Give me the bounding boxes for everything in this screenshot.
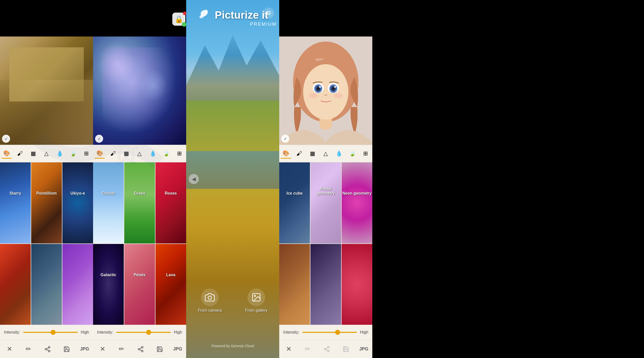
from-gallery-button[interactable]: From gallery <box>245 289 268 313</box>
share-button-1[interactable] <box>42 344 53 355</box>
filter-starry[interactable]: Starry <box>0 162 31 243</box>
toolbar-spray-icon[interactable]: 💧 <box>55 149 65 159</box>
toolbar4-spray-icon[interactable]: 💧 <box>334 149 344 159</box>
toolbar-triangle-icon[interactable]: △ <box>42 149 52 159</box>
notif-dot <box>183 12 186 15</box>
filter-clouds[interactable]: Clouds <box>93 162 124 243</box>
toolbar-circuit-icon[interactable]: ⊞ <box>81 149 91 159</box>
toolbar4-brush-icon[interactable]: 🖌 <box>294 149 304 159</box>
cancel-button-4[interactable]: ✕ <box>283 344 294 355</box>
edit-button-4[interactable]: ✏ <box>302 344 313 355</box>
filter-geo-r4-2[interactable] <box>310 244 341 325</box>
toolbar-palette-icon[interactable]: 🎨 <box>2 149 12 159</box>
filter-pastel[interactable]: Pastel geometry <box>310 162 341 243</box>
filter-roses[interactable]: Roses <box>155 162 186 243</box>
toolbar4-palette-icon[interactable]: 🎨 <box>281 149 291 159</box>
preview-1: ✓ <box>0 37 93 145</box>
toolbar4-grid-icon[interactable]: ▦ <box>307 149 317 159</box>
wechat-icon <box>182 22 186 27</box>
save-button-1[interactable] <box>61 344 72 355</box>
intensity-slider-4[interactable] <box>302 332 357 333</box>
save-button-4[interactable] <box>340 344 351 355</box>
filter-geo-r4-1[interactable] <box>279 244 310 325</box>
toolbar2-grid-icon[interactable]: ▦ <box>121 149 131 159</box>
filter-r2-1[interactable] <box>0 244 31 325</box>
format-label-2: JPG <box>173 346 182 352</box>
intensity-bar-1: Intensity: High <box>0 325 93 340</box>
from-camera-button[interactable]: From camera <box>198 289 222 313</box>
filter-grass[interactable]: Grass <box>124 162 155 243</box>
share-button-2[interactable] <box>135 344 146 355</box>
svg-point-17 <box>303 64 348 120</box>
edit-button-2[interactable]: ✏ <box>116 344 127 355</box>
cancel-button-1[interactable]: ✕ <box>4 344 15 355</box>
filter-ukiyo[interactable]: Ukiyo-e <box>62 162 93 243</box>
toolbar2-circuit-icon[interactable]: ⊞ <box>174 149 184 159</box>
lock-icon[interactable]: 🔒 <box>172 13 185 26</box>
toolbar-leaf-icon[interactable]: 🍃 <box>68 149 78 159</box>
filter-grid-4: Ice cube Pastel geometry Neon geometry <box>279 162 372 325</box>
preview-bg-1 <box>0 37 93 145</box>
filter-clouds-label: Clouds <box>102 191 115 196</box>
powered-by-label: Powered by Genesis Cloud <box>186 344 279 348</box>
filter-petals-label: Petals <box>134 273 145 277</box>
filter-lava[interactable]: Lava <box>155 244 186 325</box>
svg-point-13 <box>254 295 256 297</box>
format-label-4: JPG <box>359 346 368 352</box>
svg-point-1 <box>45 348 47 350</box>
toolbar4-leaf-icon[interactable]: 🍃 <box>347 149 357 159</box>
save-button-2[interactable] <box>154 344 165 355</box>
notification-bubble: 🔒 <box>172 13 626 26</box>
toolbar4-triangle-icon[interactable]: △ <box>321 149 331 159</box>
filter-neon-label: Neon geometry <box>342 191 372 196</box>
toolbar-brush-icon[interactable]: 🖌 <box>15 149 25 159</box>
intensity-high-1: High <box>81 330 89 335</box>
toolbar2-leaf-icon[interactable]: 🍃 <box>161 149 171 159</box>
edit-button-1[interactable]: ✏ <box>23 344 34 355</box>
svg-point-5 <box>141 346 143 348</box>
bottom-bar-2: ✕ ✏ JPG <box>93 340 186 358</box>
svg-point-6 <box>138 348 140 350</box>
toolbar2-spray-icon[interactable]: 💧 <box>148 149 158 159</box>
panel-check-4[interactable]: ✓ <box>281 135 289 143</box>
bottom-bar-1: ✕ ✏ JPG <box>0 340 93 358</box>
filter-petals[interactable]: Petals <box>124 244 155 325</box>
panel-check-1[interactable]: ✓ <box>2 135 10 143</box>
preview-bg-2 <box>93 37 186 145</box>
filter-neon[interactable]: Neon geometry <box>342 162 372 243</box>
svg-point-31 <box>324 348 326 350</box>
filter-grid-2: Clouds Grass Roses Galactic Petals Lava <box>93 162 186 325</box>
panel-check-2[interactable]: ✓ <box>95 135 103 143</box>
toolbar4-circuit-icon[interactable]: ⊞ <box>360 149 371 159</box>
filter-pastel-label: Pastel geometry <box>310 187 341 196</box>
toolbar2-palette-icon[interactable]: 🎨 <box>95 149 105 159</box>
filter-icecube[interactable]: Ice cube <box>279 162 310 243</box>
filter-r2-3[interactable] <box>62 244 93 325</box>
grassland-bg <box>186 101 279 358</box>
share-button-4[interactable] <box>321 344 332 355</box>
filter-geo-r4-3[interactable] <box>342 244 372 325</box>
cancel-button-2[interactable]: ✕ <box>97 344 108 355</box>
filter-galactic-label: Galactic <box>101 273 116 277</box>
toolbar2-brush-icon[interactable]: 🖌 <box>108 149 118 159</box>
svg-line-4 <box>47 348 48 349</box>
intensity-high-4: High <box>360 330 368 335</box>
intensity-slider-1[interactable] <box>23 332 78 333</box>
filter-pointillism[interactable]: Pointillism <box>31 162 62 243</box>
svg-line-33 <box>326 349 328 350</box>
filter-r2-2[interactable] <box>31 244 62 325</box>
toolbar-4: 🎨 🖌 ▦ △ 💧 🍃 ⊞ <box>279 145 372 162</box>
toolbar2-triangle-icon[interactable]: △ <box>135 149 145 159</box>
svg-point-32 <box>328 350 329 352</box>
left-arrow-button[interactable]: ◀ <box>189 174 199 184</box>
filter-starry-label: Starry <box>10 191 21 196</box>
intensity-slider-2[interactable] <box>116 332 171 333</box>
toolbar-1: 🎨 🖌 ▦ △ 💧 🍃 ⊞ <box>0 145 93 162</box>
portrait-img <box>279 37 372 145</box>
filter-grid-1: Starry Pointillism Ukiyo-e <box>0 162 93 325</box>
toolbar-grid-icon[interactable]: ▦ <box>28 149 38 159</box>
panel-style: ✓ 🎨 🖌 ▦ △ 💧 🍃 ⊞ Starry Pointillism Ukiyo… <box>0 0 93 358</box>
filter-grass-label: Grass <box>134 191 145 196</box>
filter-galactic[interactable]: Galactic <box>93 244 124 325</box>
intensity-label-2: Intensity: <box>97 330 113 335</box>
